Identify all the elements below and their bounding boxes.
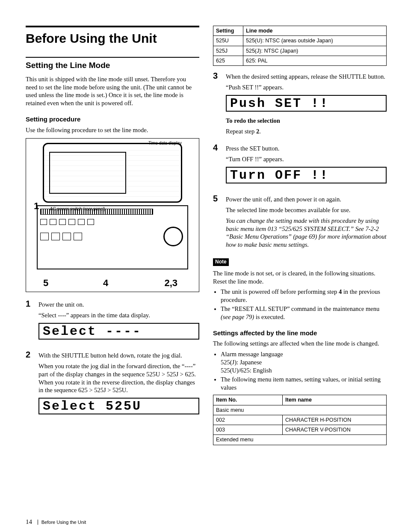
step-text: “Push SET !!” appears.: [226, 83, 387, 92]
chapter-title: Before Using the Unit: [26, 30, 199, 47]
fig-upper-unit: [43, 143, 182, 203]
table-row: 625625: PAL: [213, 56, 387, 65]
table-header: Line mode: [243, 26, 387, 36]
procedure-lead: Use the following procedure to set the l…: [26, 126, 199, 134]
step-5: 5 Power the unit off, and then power it …: [213, 193, 387, 251]
list-item: Alarm message language 525(J): Japanese …: [221, 350, 387, 375]
section-rule: [26, 57, 199, 58]
table-header: Item name: [283, 395, 387, 405]
note-badge: Note: [213, 258, 229, 266]
list-item: The unit is powered off before performin…: [221, 288, 387, 304]
step-text: Press the SET button.: [226, 145, 387, 153]
lcd-display: Turn OFF !!: [226, 167, 387, 183]
table-row: 525U525(U): NTSC (areas outside Japan): [213, 36, 387, 46]
jog-dial-icon: [163, 227, 183, 246]
step-number: 4: [213, 142, 222, 189]
step-4: 4 Press the SET button. “Turn OFF !!” ap…: [213, 142, 387, 189]
step-text: “Select ----” appears in the time data d…: [38, 311, 199, 319]
step-text: When you rotate the jog dial in the forw…: [38, 362, 199, 394]
chapter-rule: [26, 26, 199, 27]
step-text: Power the unit on.: [38, 301, 199, 309]
step-3: 3 When the desired setting appears, rele…: [213, 70, 387, 138]
redo-body: Repeat step 2.: [226, 127, 387, 136]
step-number: 1: [26, 298, 34, 345]
redo-heading: To redo the selection: [226, 117, 387, 125]
affected-lead: The following settings are affected when…: [213, 340, 387, 348]
table-row: 003CHARACTER V-POSITION: [213, 425, 387, 435]
step-text: Power the unit off, and then power it on…: [226, 195, 387, 204]
step-note-italic: You can change the setting made with thi…: [226, 217, 387, 249]
step-text: The selected line mode becomes available…: [226, 206, 387, 214]
note-list: The unit is powered off before performin…: [213, 288, 387, 321]
step-text: When the desired setting appears, releas…: [226, 73, 387, 81]
step-number: 3: [213, 70, 222, 138]
table-header: Item No.: [213, 395, 283, 405]
list-item: The following menu item names, setting v…: [221, 375, 387, 392]
step-2: 2 With the SHUTTLE button held down, rot…: [26, 349, 199, 420]
item-table: Item No. Item name Basic menu 002CHARACT…: [213, 395, 387, 445]
note-lead: The line mode is not set, or is cleared,…: [213, 269, 387, 286]
step-number: 2: [26, 349, 34, 420]
lcd-display: Push SET !!: [226, 95, 387, 112]
device-diagram: Time data display AC power switch (rear …: [26, 138, 199, 292]
lcd-display: Select 525U: [38, 398, 199, 414]
step-text: “Turn OFF !!” appears.: [226, 155, 387, 163]
table-row: Extended menu: [213, 435, 387, 445]
section-title: Setting the Line Mode: [26, 60, 199, 71]
table-header: Setting: [213, 26, 243, 36]
fig-callout-1: 1: [34, 200, 39, 213]
table-row: 525J525(J): NTSC (Japan): [213, 46, 387, 56]
subsection-procedure: Setting procedure: [26, 115, 199, 124]
line-mode-table: Setting Line mode 525U525(U): NTSC (area…: [213, 26, 387, 66]
fig-callout-23: 2,3: [164, 277, 177, 290]
subsection-affected: Settings affected by the line mode: [213, 329, 387, 337]
list-item: The “RESET ALL SETUP” command in the mai…: [221, 305, 387, 321]
lcd-display: Select ----: [38, 323, 199, 340]
table-row: Basic menu: [213, 405, 387, 415]
step-1: 1 Power the unit on. “Select ----” appea…: [26, 298, 199, 345]
intro-paragraph: This unit is shipped with the line mode …: [26, 75, 199, 107]
step-number: 5: [213, 193, 222, 251]
fig-callout-5: 5: [43, 277, 48, 290]
fig-callout-4: 4: [103, 277, 108, 290]
table-row: 002CHARACTER H-POSITION: [213, 415, 387, 425]
affected-list: Alarm message language 525(J): Japanese …: [213, 350, 387, 391]
step-text: With the SHUTTLE button held down, rotat…: [38, 352, 199, 360]
fig-lower-panel: [37, 205, 188, 269]
